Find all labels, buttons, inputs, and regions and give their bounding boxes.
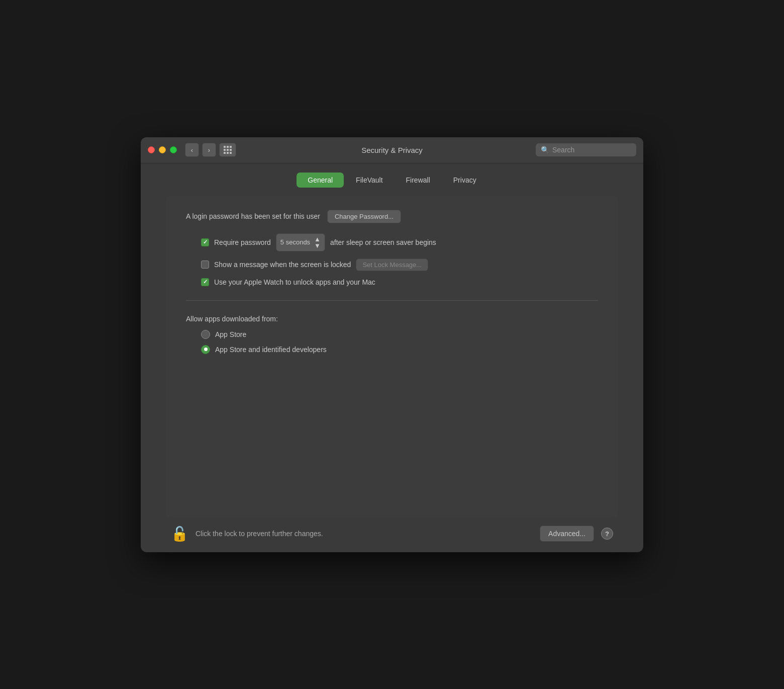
forward-button[interactable]: › [202, 143, 216, 157]
checkbox-section: Require password 5 seconds ▲ ▼ after sle… [186, 233, 598, 286]
maximize-button[interactable] [170, 146, 177, 153]
search-input[interactable] [552, 146, 631, 154]
password-interval-dropdown[interactable]: 5 seconds ▲ ▼ [276, 233, 325, 251]
titlebar: ‹ › Security & Privacy 🔍 [141, 137, 643, 163]
radio-app-store[interactable] [201, 330, 210, 339]
radio-app-store-identified[interactable] [201, 345, 210, 354]
grid-icon [224, 146, 232, 154]
radio-identified-label: App Store and identified developers [215, 346, 327, 354]
search-icon: 🔍 [541, 146, 549, 154]
bottom-bar: 🔓 Click the lock to prevent further chan… [141, 518, 643, 552]
password-set-label: A login password has been set for this u… [186, 212, 320, 220]
help-button[interactable]: ? [601, 528, 613, 540]
after-sleep-label: after sleep or screen saver begins [330, 238, 436, 246]
set-lock-message-button[interactable]: Set Lock Message... [356, 259, 428, 271]
tab-filevault[interactable]: FileVault [345, 173, 394, 188]
search-box[interactable]: 🔍 [536, 143, 636, 156]
grid-view-button[interactable] [219, 143, 236, 157]
forward-icon: › [208, 146, 210, 154]
show-message-label: Show a message when the screen is locked [214, 261, 351, 269]
minimize-button[interactable] [159, 146, 166, 153]
traffic-lights [148, 146, 177, 153]
dropdown-arrows-icon: ▲ ▼ [314, 236, 321, 249]
show-message-row: Show a message when the screen is locked… [201, 259, 598, 271]
advanced-button[interactable]: Advanced... [540, 526, 594, 542]
require-password-checkbox[interactable] [201, 238, 209, 246]
tab-general[interactable]: General [297, 173, 344, 188]
change-password-button[interactable]: Change Password... [327, 210, 401, 223]
allow-apps-section: Allow apps downloaded from: App Store Ap… [186, 315, 598, 354]
apple-watch-label: Use your Apple Watch to unlock apps and … [214, 278, 375, 286]
allow-apps-label: Allow apps downloaded from: [186, 315, 598, 323]
radio-app-store-row: App Store [201, 330, 598, 339]
radio-app-store-label: App Store [215, 330, 246, 338]
tab-firewall[interactable]: Firewall [395, 173, 441, 188]
lock-message: Click the lock to prevent further change… [195, 530, 533, 538]
apple-watch-row: Use your Apple Watch to unlock apps and … [201, 278, 598, 286]
apple-watch-checkbox[interactable] [201, 278, 209, 286]
content-panel: A login password has been set for this u… [166, 196, 618, 518]
radio-section: App Store App Store and identified devel… [186, 330, 598, 354]
nav-buttons: ‹ › [185, 143, 216, 157]
password-interval-value: 5 seconds [280, 238, 310, 246]
close-button[interactable] [148, 146, 155, 153]
require-password-row: Require password 5 seconds ▲ ▼ after sle… [201, 233, 598, 251]
window-title: Security & Privacy [361, 146, 423, 154]
show-message-checkbox[interactable] [201, 261, 209, 269]
section-divider [186, 300, 598, 301]
lock-icon[interactable]: 🔓 [171, 526, 188, 542]
password-row: A login password has been set for this u… [186, 210, 598, 223]
main-window: ‹ › Security & Privacy 🔍 General FileVau… [141, 137, 643, 552]
radio-identified-row: App Store and identified developers [201, 345, 598, 354]
back-button[interactable]: ‹ [185, 143, 199, 157]
tabs-row: General FileVault Firewall Privacy [141, 163, 643, 196]
require-password-label: Require password [214, 238, 271, 246]
tab-privacy[interactable]: Privacy [442, 173, 487, 188]
back-icon: ‹ [191, 146, 193, 154]
